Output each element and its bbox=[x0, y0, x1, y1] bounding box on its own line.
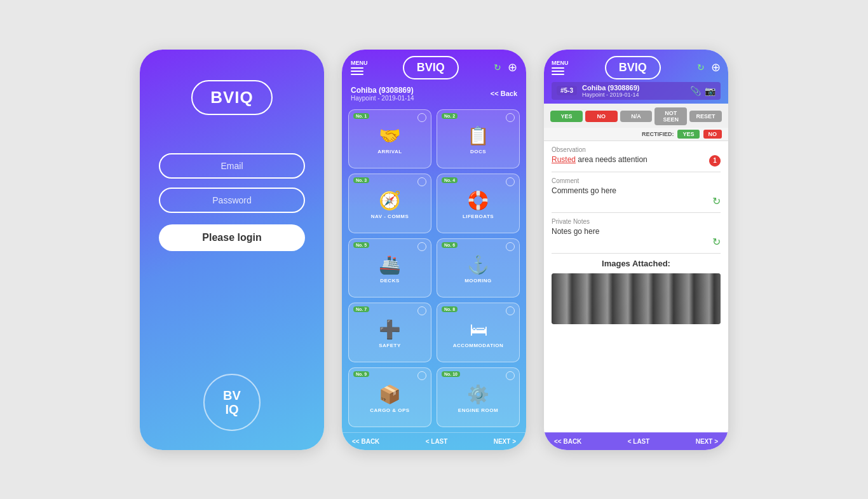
rectified-row: RECTIFIED: YES NO bbox=[544, 128, 728, 141]
screen-login: BVIQ Please login BVIQ bbox=[140, 50, 324, 450]
login-logo-text: BVIQ bbox=[210, 88, 254, 107]
card-circle bbox=[417, 242, 426, 251]
bottom-last[interactable]: < LAST bbox=[426, 438, 448, 445]
detail-hamburger-icon bbox=[552, 67, 569, 75]
status-not-seen-btn[interactable]: NOT SEEN bbox=[654, 107, 687, 125]
detail-vessel-bar: #5-3 Cohiba (9308869) Haypoint - 2019-01… bbox=[552, 82, 721, 100]
login-form: Please login bbox=[159, 153, 305, 251]
zoom-icon[interactable]: ⊕ bbox=[508, 60, 517, 74]
detail-header-logo: BVIQ bbox=[605, 56, 661, 79]
comment-refresh-icon[interactable]: ↻ bbox=[712, 195, 721, 207]
detail-sync-icon[interactable]: ↻ bbox=[697, 62, 705, 72]
menu-card-nav---comms[interactable]: No. 3 🧭 NAV - COMMS bbox=[348, 174, 431, 233]
menu-card-engine-room[interactable]: No. 10 ⚙️ ENGINE ROOM bbox=[437, 367, 520, 427]
rectified-no-btn[interactable]: NO bbox=[703, 130, 722, 139]
card-circle bbox=[506, 242, 515, 251]
card-badge: No. 10 bbox=[442, 371, 460, 377]
observation-label: Observation bbox=[552, 146, 721, 153]
bottom-nav: << BACK < LAST NEXT > bbox=[342, 432, 526, 450]
login-logo-top: BVIQ bbox=[191, 80, 273, 115]
card-icon: 🚢 bbox=[379, 254, 401, 275]
attachment-icon[interactable]: 📎 bbox=[690, 86, 701, 96]
comment-value: Comments go here bbox=[552, 186, 721, 195]
status-no-btn[interactable]: NO bbox=[585, 111, 618, 122]
observation-count-badge: 1 bbox=[709, 155, 721, 167]
card-label: DECKS bbox=[380, 278, 400, 284]
status-row: YES NO N/A NOT SEEN RESET bbox=[544, 104, 728, 128]
detail-header-icons: ↻ ⊕ bbox=[697, 60, 721, 74]
password-field[interactable] bbox=[159, 188, 305, 213]
card-badge: No. 8 bbox=[442, 306, 458, 312]
menu-card-arrival[interactable]: No. 1 🤝 ARRIVAL bbox=[348, 109, 431, 169]
status-reset-btn[interactable]: RESET bbox=[689, 111, 722, 122]
observation-value: Rusted area needs attention 1 bbox=[552, 155, 721, 164]
detail-header-top: MENU BVIQ ↻ ⊕ bbox=[552, 56, 721, 79]
detail-bottom-last[interactable]: < LAST bbox=[628, 438, 650, 445]
card-circle bbox=[417, 306, 426, 315]
phone-menu: MENU BVIQ ↻ ⊕ Cohiba (9308869) Hay bbox=[342, 50, 526, 450]
card-label: SAFETY bbox=[379, 343, 401, 348]
card-label: ACCOMMODATION bbox=[453, 343, 504, 348]
card-badge: No. 4 bbox=[442, 177, 458, 183]
card-circle bbox=[506, 371, 515, 380]
detail-bottom-next[interactable]: NEXT > bbox=[696, 438, 718, 445]
private-notes-section: Private Notes Notes go here ↻ bbox=[552, 218, 721, 254]
menu-grid: No. 1 🤝 ARRIVAL No. 2 📋 DOCS No. 3 🧭 NAV… bbox=[342, 104, 526, 432]
sync-icon[interactable]: ↻ bbox=[494, 62, 501, 72]
card-icon: ⚓ bbox=[467, 254, 489, 275]
card-label: CARGO & OPS bbox=[370, 407, 409, 413]
screen-detail: MENU BVIQ ↻ ⊕ #5-3 bbox=[544, 50, 728, 450]
menu-card-cargo-&-ops[interactable]: No. 9 📦 CARGO & OPS bbox=[348, 367, 431, 427]
observation-underline: Rusted bbox=[552, 155, 576, 164]
card-label: ENGINE ROOM bbox=[458, 407, 498, 413]
card-circle bbox=[506, 177, 515, 186]
vessel-source: Haypoint bbox=[351, 95, 376, 102]
card-label: MOORING bbox=[465, 278, 492, 284]
bottom-back[interactable]: << BACK bbox=[352, 438, 379, 445]
vessel-bar: Cohiba (9308869) Haypoint - 2019-01-14 <… bbox=[342, 83, 526, 104]
detail-content: Observation Rusted area needs attention … bbox=[544, 141, 728, 432]
login-button[interactable]: Please login bbox=[159, 224, 305, 251]
status-yes-btn[interactable]: YES bbox=[550, 111, 583, 122]
card-circle bbox=[506, 306, 515, 315]
bottom-next[interactable]: NEXT > bbox=[494, 438, 516, 445]
card-circle bbox=[506, 113, 515, 122]
login-logo-bottom: BVIQ bbox=[203, 374, 261, 431]
card-icon: ➕ bbox=[379, 319, 401, 340]
vessel-date: 2019-01-14 bbox=[381, 95, 414, 102]
comment-label: Comment bbox=[552, 177, 721, 184]
menu-card-safety[interactable]: No. 7 ➕ SAFETY bbox=[348, 303, 431, 362]
notes-refresh-icon[interactable]: ↻ bbox=[712, 236, 721, 248]
screen-menu: MENU BVIQ ↻ ⊕ Cohiba (9308869) Hay bbox=[342, 50, 526, 450]
app-header: MENU BVIQ ↻ ⊕ bbox=[342, 50, 526, 83]
detail-bottom-nav: << BACK < LAST NEXT > bbox=[544, 432, 728, 450]
detail-bottom-back[interactable]: << BACK bbox=[554, 438, 581, 445]
card-circle bbox=[417, 113, 426, 122]
attached-image bbox=[552, 273, 721, 324]
card-label: LIFEBOATS bbox=[463, 214, 494, 219]
back-button[interactable]: << Back bbox=[491, 90, 517, 97]
menu-card-decks[interactable]: No. 5 🚢 DECKS bbox=[348, 238, 431, 298]
rectified-yes-btn[interactable]: YES bbox=[677, 130, 699, 139]
rectified-label: RECTIFIED: bbox=[642, 131, 674, 137]
menu-card-mooring[interactable]: No. 6 ⚓ MOORING bbox=[437, 238, 520, 298]
image-cables-graphic bbox=[552, 273, 721, 324]
detail-menu-button[interactable]: MENU bbox=[552, 60, 569, 75]
logo-bottom-text: BVIQ bbox=[223, 388, 241, 416]
header-icons: ↻ ⊕ bbox=[494, 60, 517, 74]
vessel-info: Cohiba (9308869) Haypoint - 2019-01-14 bbox=[351, 86, 414, 102]
detail-header: MENU BVIQ ↻ ⊕ #5-3 bbox=[544, 50, 728, 104]
menu-card-accommodation[interactable]: No. 8 🛏 ACCOMMODATION bbox=[437, 303, 520, 362]
card-badge: No. 3 bbox=[353, 177, 369, 183]
comment-section: Comment Comments go here ↻ bbox=[552, 177, 721, 213]
card-icon: 🛏 bbox=[470, 319, 487, 340]
menu-card-lifeboats[interactable]: No. 4 🛟 LIFEBOATS bbox=[437, 174, 520, 233]
menu-button[interactable]: MENU bbox=[351, 60, 368, 75]
menu-card-docs[interactable]: No. 2 📋 DOCS bbox=[437, 109, 520, 169]
email-field[interactable] bbox=[159, 153, 305, 179]
card-label: NAV - COMMS bbox=[371, 214, 409, 219]
status-na-btn[interactable]: N/A bbox=[620, 111, 653, 122]
camera-icon[interactable]: 📷 bbox=[705, 86, 715, 96]
private-notes-label: Private Notes bbox=[552, 218, 721, 225]
detail-zoom-icon[interactable]: ⊕ bbox=[711, 60, 721, 74]
